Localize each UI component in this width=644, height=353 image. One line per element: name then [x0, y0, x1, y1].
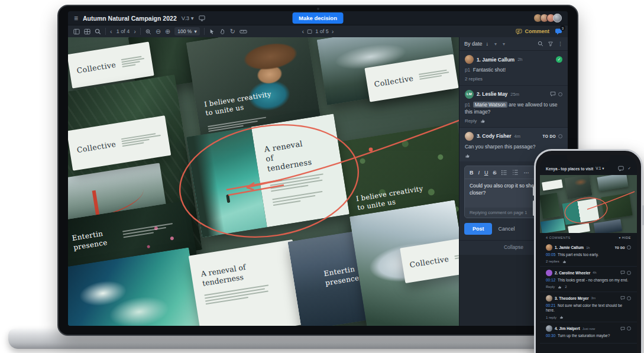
reply-link[interactable]: Reply [546, 285, 555, 289]
pointer-tool-icon[interactable] [209, 28, 215, 35]
timecode[interactable]: 00:21 [546, 303, 555, 307]
thumbs-up-icon[interactable] [562, 260, 567, 264]
comment-author: 1. Jamie Callum [477, 57, 514, 63]
timecode[interactable]: 00:30 [546, 333, 555, 338]
hand-tool-icon[interactable] [219, 28, 226, 35]
italic-button[interactable]: I [478, 170, 480, 176]
prev-page-button[interactable]: ‹ [110, 28, 112, 35]
resolved-check-icon[interactable]: ✓ [556, 56, 562, 63]
card-body-lines [270, 173, 325, 192]
divider [105, 28, 106, 35]
kebab-menu-icon[interactable]: ⋮ [558, 41, 563, 47]
todo-badge: TO DO [615, 246, 625, 250]
thumbs-up-icon[interactable] [558, 285, 562, 289]
mention-chip[interactable]: Marie Watson [473, 102, 507, 108]
card-title: Collective [374, 73, 414, 88]
comment-author: 1. Jamie Callum [555, 245, 584, 250]
card-title: Entertin presence [72, 228, 115, 252]
comment-bubble-icon[interactable] [618, 166, 624, 171]
approve-check-icon[interactable]: ✓ [628, 166, 631, 171]
comment-body: p1 Marie Watson are we allowed to use th… [465, 102, 562, 116]
comment-author: 3. Theodore Meyer [555, 296, 588, 300]
prev-slide-button[interactable]: ‹ [302, 28, 305, 35]
reply-link[interactable]: Reply [465, 118, 477, 124]
version-dropdown[interactable]: V.3 ▾ [182, 15, 194, 21]
comment-time: Just now [582, 327, 596, 331]
make-decision-button[interactable]: Make decision [292, 12, 344, 24]
reply-bubble-icon[interactable] [550, 91, 556, 97]
sort-direction-icon[interactable]: ↓ [486, 41, 488, 47]
caret-down-icon[interactable]: ▾ [503, 41, 505, 47]
mark-resolved-icon[interactable] [558, 134, 562, 138]
comment-item[interactable]: 4. Jim Halpert Just now 00:30 Turn up th… [540, 322, 637, 344]
post-button[interactable]: Post [464, 223, 493, 235]
replies-link[interactable]: 2 replies [465, 76, 483, 82]
thumbnail-grid-icon[interactable] [84, 28, 90, 35]
comment-item[interactable]: 1. Jamie Callum 1h TO DO 00:05 This part… [540, 241, 637, 267]
divider [204, 28, 205, 35]
menu-icon[interactable]: ≡ [74, 15, 78, 22]
comment-body: 00:12 This looks great - no changes on m… [546, 278, 631, 283]
zoom-level-dropdown[interactable]: 100 %▾ [174, 27, 199, 35]
comment-button[interactable]: Comment [516, 28, 549, 35]
replies-link[interactable]: 2 replies [546, 260, 559, 263]
chat-toggle-button[interactable]: 3 [555, 28, 562, 35]
page-tag: p1 [465, 102, 470, 108]
mark-resolved-icon[interactable] [627, 271, 631, 275]
reply-bubble-icon[interactable] [620, 326, 625, 331]
more-formatting-icon[interactable]: ⋯ [523, 170, 529, 176]
card-body-lines [454, 251, 459, 261]
ruler-tool-icon[interactable] [240, 29, 247, 34]
reply-bubble-icon[interactable] [620, 270, 625, 275]
proof-canvas[interactable]: Collective Collective I believe creativi… [68, 37, 459, 326]
rotate-tool-icon[interactable]: ↻ [230, 28, 235, 35]
caret-down-icon[interactable]: ▾ [494, 41, 497, 47]
thumbs-up-icon[interactable] [480, 118, 486, 124]
comment-time: 4m [514, 134, 520, 139]
card-body-lines [419, 68, 450, 81]
divider [140, 28, 141, 35]
phone-version-dropdown[interactable]: V.1 ▾ [596, 166, 604, 171]
bold-button[interactable]: B [470, 170, 474, 176]
zoom-in-button[interactable]: ⊕ [165, 28, 170, 35]
mark-resolved-icon[interactable] [558, 92, 562, 96]
sort-dropdown[interactable]: By date [464, 41, 483, 47]
comment-author: 4. Jim Halpert [555, 326, 580, 331]
filter-icon[interactable] [548, 41, 554, 47]
timecode[interactable]: 00:05 [546, 252, 555, 257]
toolbar-right: Comment 3 [516, 28, 562, 35]
moodboard-card-reneval[interactable]: A reneval of tenderness [189, 239, 306, 326]
phone-proof-canvas[interactable] [540, 175, 637, 233]
reply-link[interactable]: 1 reply [546, 316, 556, 319]
phone-comments-header: 4 COMMENTS ▾ HIDE [540, 233, 637, 241]
search-icon[interactable] [95, 28, 101, 35]
thumbs-up-icon[interactable] [559, 315, 564, 319]
timecode[interactable]: 00:12 [546, 278, 555, 282]
comment-item[interactable]: 3. Theodore Meyer 3m 00:21 Not sure what… [540, 292, 637, 323]
underline-button[interactable]: U [484, 170, 488, 176]
avatar[interactable] [553, 14, 562, 22]
annotation-ellipse [563, 195, 609, 226]
bullet-list-icon[interactable] [501, 169, 507, 176]
search-icon[interactable] [538, 41, 543, 47]
thumbs-up-icon[interactable] [465, 153, 470, 158]
next-page-button[interactable]: › [134, 28, 136, 35]
sidebar-panel-icon[interactable] [73, 28, 80, 35]
comment-item[interactable]: 2. Caroline Wheeler 4h 00:12 This looks … [540, 267, 637, 292]
cancel-button[interactable]: Cancel [498, 226, 514, 232]
card-title: Collective [76, 60, 116, 75]
hide-comments-button[interactable]: ▾ HIDE [619, 236, 631, 239]
mark-resolved-icon[interactable] [627, 296, 631, 300]
phone-notch [567, 155, 610, 163]
present-icon[interactable] [199, 15, 205, 21]
reply-bubble-icon[interactable] [620, 296, 625, 300]
mark-resolved-icon[interactable] [627, 245, 631, 250]
mark-resolved-icon[interactable] [627, 326, 631, 331]
zoom-out-button[interactable]: ⊖ [156, 28, 161, 35]
strikethrough-button[interactable]: S [493, 170, 496, 176]
comment-item[interactable]: LM 2. Leslie May 25m p1 Marie Wats [459, 86, 568, 128]
next-slide-button[interactable]: › [332, 28, 334, 35]
numbered-list-icon[interactable] [512, 169, 519, 176]
marquee-zoom-icon[interactable] [145, 28, 151, 35]
comment-item[interactable]: 1. Jamie Callum 2h ✓ p1 Fantastic shot! [459, 51, 568, 86]
